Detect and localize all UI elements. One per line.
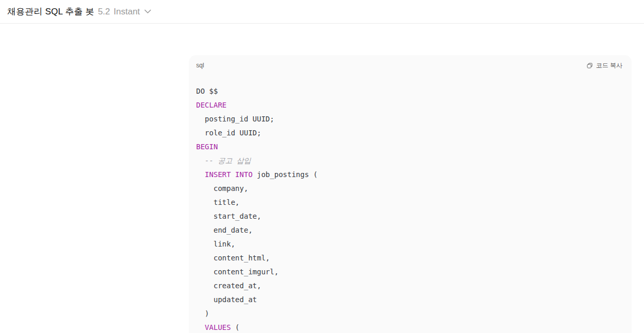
chat-title: 채용관리 SQL 추출 봇 [7,6,94,17]
model-version-label: 5.2 [98,7,110,17]
code-line: content_html, [196,251,624,265]
model-switcher[interactable]: 채용관리 SQL 추출 봇 5.2 Instant [7,6,151,17]
code-line: role_id UUID; [196,126,624,140]
top-bar: 채용관리 SQL 추출 봇 5.2 Instant [0,0,644,24]
code-line: VALUES ( [196,321,624,333]
code-line: end_date, [196,223,624,237]
code-line: DO $$ [196,84,624,98]
code-line: title, [196,196,624,209]
copy-code-button[interactable]: 코드 복사 [586,62,622,69]
code-line: start_date, [196,209,624,223]
code-line: updated_at [196,293,624,307]
code-line: posting_id UUID; [196,112,624,126]
code-line: company, [196,182,624,196]
copy-code-label: 코드 복사 [596,62,622,69]
code-line: BEGIN [196,140,624,154]
copy-icon [586,62,593,69]
code-line: -- 공고 삽입 [196,154,624,168]
code-line: INSERT INTO job_postings ( [196,168,624,182]
code-block: sql 코드 복사 DO $$DECLARE posting_id UUID; … [189,55,632,333]
code-line: DECLARE [196,98,624,112]
code-block-header: sql 코드 복사 [189,55,632,69]
code-line: created_at, [196,279,624,293]
model-variant-label: Instant [114,7,140,17]
code-content: DO $$DECLARE posting_id UUID; role_id UU… [189,69,632,333]
code-line: link, [196,237,624,251]
chevron-down-icon [144,9,151,14]
code-line: ) [196,307,624,321]
code-line: content_imgurl, [196,265,624,279]
code-language-label: sql [196,62,204,69]
